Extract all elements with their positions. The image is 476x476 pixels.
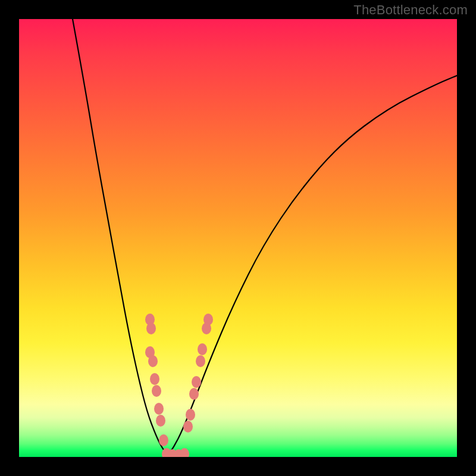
data-bead	[146, 322, 156, 334]
plot-area	[19, 19, 457, 457]
data-bead	[154, 403, 164, 415]
data-bead	[152, 385, 161, 397]
data-bead	[189, 388, 199, 400]
chart-frame: TheBottleneck.com	[0, 0, 476, 476]
data-bead	[150, 373, 159, 385]
data-bead	[186, 409, 195, 421]
data-bead	[148, 355, 158, 367]
data-bead	[156, 415, 165, 427]
data-bead	[202, 322, 211, 334]
watermark-text: TheBottleneck.com	[353, 2, 468, 18]
data-bead	[198, 343, 207, 355]
data-bead	[196, 355, 205, 367]
data-bead	[180, 448, 189, 457]
curve-layer	[19, 19, 457, 457]
data-bead	[159, 434, 168, 446]
data-bead	[183, 421, 193, 433]
data-bead	[192, 376, 201, 388]
right-curve	[168, 76, 457, 456]
